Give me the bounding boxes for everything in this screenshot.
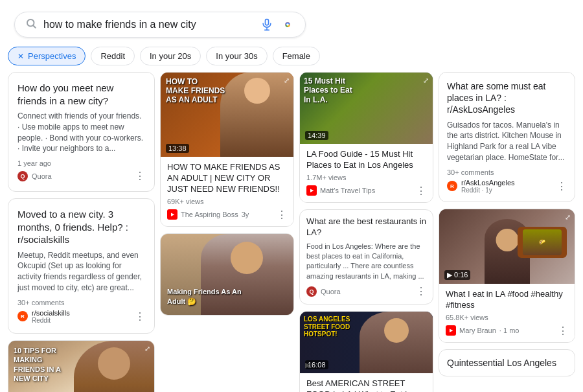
expand-icon: ⤢ bbox=[144, 345, 150, 353]
what-i-eat-info: What I eat in LA #food #healthy #fitness… bbox=[439, 284, 575, 342]
quora-card-time: 1 year ago bbox=[17, 159, 145, 167]
food-image-overlay: 🌮 bbox=[518, 227, 567, 258]
video-menu[interactable]: ⋮ bbox=[277, 209, 287, 221]
best-restaurants-source-name: Quora bbox=[321, 288, 341, 295]
video-duration: 13:38 bbox=[166, 144, 189, 153]
mic-icon[interactable] bbox=[260, 17, 274, 32]
la-food-menu[interactable]: ⋮ bbox=[416, 185, 426, 197]
ask-la-meta: R r/AskLosAngeles Reddit · 1y ⋮ bbox=[447, 179, 567, 194]
what-i-eat-thumb: 🌮 ▶ 0:16 ⤢ bbox=[439, 209, 575, 284]
what-i-eat-menu[interactable]: ⋮ bbox=[558, 325, 568, 337]
making-friends-video-card[interactable]: Making Friends As An Adult 🤔 bbox=[160, 233, 294, 316]
what-i-eat-views: 65.8K+ views bbox=[446, 314, 568, 321]
reddit-icon: R bbox=[17, 311, 28, 321]
video-source: The Aspiring Boss 3y bbox=[167, 209, 249, 220]
la-food-info: LA Food Guide - 15 Must Hit Places to Ea… bbox=[300, 144, 433, 202]
best-restaurants-source: Q Quora bbox=[306, 286, 341, 297]
ask-la-reddit-icon: R bbox=[447, 181, 457, 191]
chip-female[interactable]: Female bbox=[273, 47, 320, 65]
quora-source-name: Quora bbox=[32, 172, 52, 180]
best-restaurants-body: Food in Los Angeles: Where are the best … bbox=[306, 242, 426, 282]
ask-la-menu[interactable]: ⋮ bbox=[556, 180, 567, 192]
quora-icon: Q bbox=[17, 171, 28, 181]
quora-card-menu[interactable]: ⋮ bbox=[135, 170, 145, 182]
making-friends-video-thumb: Making Friends As An Adult 🤔 bbox=[161, 234, 293, 315]
ask-la-comments: 30+ comments bbox=[447, 168, 567, 176]
la-food-thumb: 15 Must Hit Places to Eat In L.A. ⤢ 14:3… bbox=[300, 73, 433, 144]
what-i-eat-source: Mary Braun · 1 mo bbox=[446, 325, 519, 336]
search-query-text: how to make friends in a new city bbox=[43, 19, 253, 30]
left-column: How do you meet new friends in a new cit… bbox=[5, 72, 157, 392]
x-close-icon[interactable]: ✕ bbox=[17, 52, 24, 61]
reddit-source: R r/socialskills Reddit bbox=[17, 309, 70, 324]
street-food-info: Best AMERICAN STREET FOOD in LA | What t… bbox=[300, 373, 433, 392]
ask-la-source: R r/AskLosAngeles Reddit · 1y bbox=[447, 179, 515, 194]
quora-source: Q Quora bbox=[17, 171, 52, 181]
filter-chips: ✕ Perspectives Reddit In your 20s In you… bbox=[0, 47, 583, 72]
street-food-duration: 16:08 bbox=[305, 360, 328, 369]
best-restaurants-card: What are the best restaurants in LA? Foo… bbox=[299, 209, 433, 305]
reddit-card-meta: R r/socialskills Reddit ⋮ bbox=[17, 309, 145, 324]
how-to-make-friends-video-card[interactable]: HOW TO MAKE FRIENDS AS AN ADULT ⤢ 13:38 … bbox=[160, 72, 294, 227]
la-food-yt-icon bbox=[306, 185, 317, 196]
expand-corner-icon: ⤢ bbox=[284, 76, 290, 85]
ask-la-body: Guisados for tacos. Manuela's in the art… bbox=[447, 120, 567, 163]
how-to-video-thumb: HOW TO MAKE FRIENDS AS AN ADULT ⤢ 13:38 bbox=[161, 73, 293, 157]
reddit-card-body: Meetup, Reddit meetups, and even Okcupid… bbox=[17, 250, 145, 294]
quora-card-title: How do you meet new friends in a new cit… bbox=[17, 82, 145, 107]
street-food-video-card[interactable]: LOS ANGELES STREET FOOD HOTSPOT! 16:08 ▶… bbox=[299, 311, 433, 392]
chip-in-your-30s[interactable]: In your 30s bbox=[206, 47, 267, 65]
quora-card-body: Connect with friends of your friends. · … bbox=[17, 111, 145, 154]
chip-perspectives[interactable]: ✕ Perspectives bbox=[8, 47, 86, 65]
expand-la-food-icon: ⤢ bbox=[423, 76, 429, 85]
chip-in-your-20s[interactable]: In your 20s bbox=[140, 47, 201, 65]
video-age: 3y bbox=[242, 211, 249, 218]
reddit-comment-count: 30+ comments bbox=[17, 299, 145, 306]
la-food-source: Matt's Travel Tips bbox=[306, 185, 375, 196]
best-restaurants-meta: Q Quora ⋮ bbox=[306, 285, 426, 297]
middle-column: HOW TO MAKE FRIENDS AS AN ADULT ⤢ 13:38 … bbox=[157, 72, 297, 392]
video-title: HOW TO MAKE FRIENDS AS AN ADULT | NEW CI… bbox=[167, 162, 287, 195]
la-food-duration: 14:39 bbox=[305, 131, 328, 140]
what-i-eat-duration: ▶ 0:16 bbox=[444, 270, 470, 280]
best-restaurants-menu[interactable]: ⋮ bbox=[416, 285, 426, 297]
reddit-card-title: Moved to a new city. 3 months, 0 friends… bbox=[17, 208, 145, 246]
camera-icon[interactable] bbox=[280, 17, 295, 32]
svg-point-9 bbox=[286, 23, 289, 26]
ask-la-card: What are some must eat places in LA? : r… bbox=[439, 72, 575, 202]
chip-reddit[interactable]: Reddit bbox=[91, 47, 135, 65]
quora-text-card: How do you meet new friends in a new cit… bbox=[8, 72, 155, 192]
what-i-eat-source-row: Mary Braun · 1 mo ⋮ bbox=[446, 325, 568, 337]
quintessential-la-title: Quintessential Los Angeles bbox=[447, 358, 567, 368]
la-food-views: 1.7M+ views bbox=[306, 174, 426, 181]
what-i-eat-channel: Mary Braun bbox=[459, 327, 496, 334]
video-source-row: The Aspiring Boss 3y ⋮ bbox=[167, 209, 287, 221]
what-i-eat-age: · 1 mo bbox=[499, 327, 520, 334]
street-food-title: Best AMERICAN STREET FOOD in LA | What t… bbox=[306, 378, 426, 392]
ask-la-source-name: r/AskLosAngeles bbox=[461, 179, 515, 187]
search-bar[interactable]: how to make friends in a new city bbox=[14, 12, 306, 38]
svg-line-1 bbox=[33, 25, 35, 27]
ask-la-title: What are some must eat places in LA? : r… bbox=[447, 80, 567, 116]
tips-image-card: 10 TIPS FOR MAKING FRIENDS IN A NEW CITY… bbox=[8, 340, 155, 392]
street-food-thumb: LOS ANGELES STREET FOOD HOTSPOT! 16:08 ▶ bbox=[300, 312, 433, 373]
tips-overlay-text: 10 TIPS FOR MAKING FRIENDS IN A NEW CITY bbox=[14, 346, 61, 384]
main-content: How do you meet new friends in a new cit… bbox=[0, 72, 583, 392]
what-i-eat-title: What I eat in LA #food #healthy #fitness bbox=[446, 289, 568, 311]
quora-card-meta: Q Quora ⋮ bbox=[17, 170, 145, 182]
what-i-eat-yt-icon bbox=[446, 325, 456, 336]
far-right-column: What are some must eat places in LA? : r… bbox=[436, 72, 578, 392]
right-mid-column: 15 Must Hit Places to Eat In L.A. ⤢ 14:3… bbox=[297, 72, 436, 392]
svg-rect-2 bbox=[266, 19, 269, 25]
expand-what-i-eat-icon: ⤢ bbox=[565, 213, 571, 222]
la-food-guide-card[interactable]: 15 Must Hit Places to Eat In L.A. ⤢ 14:3… bbox=[299, 72, 433, 203]
best-restaurants-quora-icon: Q bbox=[306, 286, 317, 297]
reddit-source-name: r/socialskills bbox=[32, 309, 70, 317]
la-food-source-row: Matt's Travel Tips ⋮ bbox=[306, 185, 426, 197]
reddit-card-menu[interactable]: ⋮ bbox=[135, 310, 145, 323]
la-food-channel: Matt's Travel Tips bbox=[320, 187, 375, 194]
ask-la-source-sub: Reddit · 1y bbox=[461, 187, 515, 194]
search-icon bbox=[25, 17, 37, 32]
youtube-icon bbox=[167, 209, 177, 220]
what-i-eat-video-card[interactable]: 🌮 ▶ 0:16 ⤢ What I eat in LA #food #healt… bbox=[439, 209, 575, 343]
